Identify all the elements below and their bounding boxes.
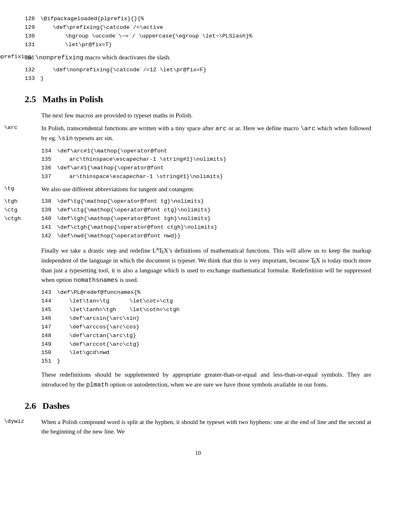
code-line-147: 147 \def\arccos{\arc\cos} — [41, 323, 371, 332]
plmath-tt: plmath — [86, 382, 108, 389]
tgh-ctg-ctgh-section: \tgh 138 \def\tg{\mathop{\operator@font … — [41, 197, 371, 241]
code-line-149: 149 \def\arccot{\arc\ctg} — [41, 340, 371, 349]
line-num-145: 145 — [41, 306, 57, 314]
section-2-5-num: 2.5 — [25, 94, 36, 104]
code-line-142: 142 \def\nwd{\mathop{\operator@font nwd}… — [41, 232, 371, 241]
line-code-139: \def\ctg{\mathop{\operator@font ctg}\nol… — [57, 206, 211, 215]
arc-para: In Polish, transcendental functions are … — [41, 124, 371, 144]
marginal-tg: \tg — [4, 185, 14, 193]
code-line-136: 136 \def\ar#1{\mathop{\operator@font — [41, 164, 371, 173]
nonprefixing-section: \nonprefixing and \nonprefixing macro wh… — [25, 53, 371, 63]
line-num-133: 133 — [25, 75, 40, 83]
arc-section: \arc In Polish, transcendental functions… — [41, 124, 371, 144]
line-code-135: arc\thinspace\escapechar-1 \string#1}\no… — [57, 155, 226, 164]
tg-section: \tg We also use different abbreviations … — [41, 185, 371, 194]
tex-sub: E — [314, 259, 316, 264]
marginal-arc: \arc — [4, 124, 17, 132]
section-2-6-heading: 2.6 Dashes — [25, 399, 371, 412]
line-code-134: \def\arc#1{\mathop{\operator@font — [57, 147, 167, 156]
marginal-ctg: \ctg — [4, 206, 17, 215]
line-num-142: 142 — [41, 232, 57, 241]
code-line-138: \tgh 138 \def\tg{\mathop{\operator@font … — [41, 197, 371, 206]
line-code-132: \def\nonprefixing{\catcode`/=12 \let\pr@… — [40, 66, 207, 75]
code-line-150: 150 \let\gcd\nwd — [41, 349, 371, 357]
line-code-133: } — [40, 75, 44, 83]
line-code-137: ar\thinspace\escapechar-1 \string#1}\nol… — [57, 173, 223, 181]
line-num-130: 130 — [25, 32, 40, 41]
marginal-nonprefixing: \nonprefixing — [0, 53, 31, 61]
line-code-140: \def\tgh{\mathop{\operator@font tgh}\nol… — [57, 215, 211, 223]
line-num-135: 135 — [41, 155, 57, 164]
line-code-151: } — [57, 357, 60, 366]
tg-para: We also use different abbreviations for … — [41, 185, 371, 194]
code-line-135: 135 arc\thinspace\escapechar-1 \string#1… — [41, 155, 371, 164]
code-line-134: 134 \def\arc#1{\mathop{\operator@font — [41, 147, 371, 156]
marginal-tgh: \tgh — [4, 197, 17, 206]
code-line-151: 151 } — [41, 357, 371, 366]
code-line-141: 141 \def\ctgh{\mathop{\operator@font ctg… — [41, 223, 371, 232]
code-line-137: 137 ar\thinspace\escapechar-1 \string#1}… — [41, 173, 371, 181]
code-line-143: 143 \def\PL@redef@funcnames{% — [41, 288, 371, 297]
line-code-129: \def\prefixing{\catcode`/=\active — [40, 23, 163, 32]
line-num-150: 150 — [41, 349, 57, 357]
section-2-5-heading: 2.5 Maths in Polish — [25, 92, 371, 106]
code-block-138-142: \tgh 138 \def\tg{\mathop{\operator@font … — [41, 197, 371, 241]
redefinitions-para: These redefinitions should be supplement… — [41, 370, 371, 390]
line-code-148: \def\arctan{\arc\tg} — [57, 332, 136, 340]
page-number-value: 10 — [195, 450, 201, 456]
latex-sup: A — [156, 246, 159, 251]
page-number: 10 — [25, 449, 371, 457]
line-num-134: 134 — [41, 147, 57, 156]
line-code-143: \def\PL@redef@funcnames{% — [57, 288, 141, 297]
code-block-143-151: 143 \def\PL@redef@funcnames{% 144 \let\t… — [41, 288, 371, 366]
marginal-ctgh: \ctgh — [4, 215, 21, 223]
code-line-128: 128 \@ifpackageloaded{plprefix}{}{% — [25, 15, 371, 23]
code-line-145: 145 \let\tanh=\tgh \let\coth=\ctgh — [41, 306, 371, 314]
maths-intro-para: The next few macros are provided to type… — [41, 111, 371, 120]
line-num-137: 137 — [41, 173, 57, 181]
line-code-136: \def\ar#1{\mathop{\operator@font — [57, 164, 164, 173]
maths-intro-wrapper: The next few macros are provided to type… — [41, 111, 371, 390]
arc-tt: arc — [215, 125, 226, 132]
code-line-140: \ctgh 140 \def\tgh{\mathop{\operator@fon… — [41, 215, 371, 223]
line-num-140: \ctgh 140 — [41, 215, 57, 223]
latex-sub: E — [161, 249, 164, 254]
dywiz-section: \dywiz When a Polish compound word is sp… — [41, 417, 371, 437]
line-code-130: \bgroup \uccode`\~=`/ \uppercase{\egroup… — [40, 32, 252, 41]
line-num-138: \tgh 138 — [41, 197, 57, 206]
code-line-146: 146 \def\arcsin{\arc\sin} — [41, 314, 371, 323]
line-num-146: 146 — [41, 314, 57, 323]
line-code-145: \let\tanh=\tgh \let\coth=\ctgh — [57, 306, 179, 314]
nonprefixing-para: and \nonprefixing macro which deactivate… — [25, 53, 371, 63]
page-content: 128 \@ifpackageloaded{plprefix}{}{% 129 … — [25, 15, 371, 457]
line-num-132: 132 — [25, 66, 40, 75]
code-line-132: 132 \def\nonprefixing{\catcode`/=12 \let… — [25, 66, 371, 75]
dywiz-para: When a Polish compound word is split at … — [41, 417, 371, 437]
code-line-130: 130 \bgroup \uccode`\~=`/ \uppercase{\eg… — [25, 32, 371, 41]
section-2-6-title: Dashes — [42, 401, 70, 411]
line-num-147: 147 — [41, 323, 57, 332]
code-line-131: 131 \let\pr@fix=T} — [25, 41, 371, 49]
latex-redefine-para: Finally we take a drastic step and redef… — [41, 246, 371, 285]
arc-macro: \arc — [300, 125, 315, 132]
line-code-149: \def\arccot{\arc\ctg} — [57, 340, 139, 349]
code-line-148: 148 \def\arctan{\arc\tg} — [41, 332, 371, 340]
line-num-144: 144 — [41, 297, 57, 306]
sin-macro: \sin — [58, 135, 73, 142]
line-code-146: \def\arcsin{\arc\sin} — [57, 314, 139, 323]
line-code-131: \let\pr@fix=T} — [40, 41, 112, 49]
code-block-132-133: 132 \def\nonprefixing{\catcode`/=12 \let… — [25, 66, 371, 83]
line-num-129: 129 — [25, 23, 40, 32]
nonprefixing-code: \nonprefixing — [35, 54, 83, 61]
line-code-138: \def\tg{\mathop{\operator@font tg}\nolim… — [57, 197, 204, 206]
line-num-136: 136 — [41, 164, 57, 173]
code-line-139: \ctg 139 \def\ctg{\mathop{\operator@font… — [41, 206, 371, 215]
line-code-150: \let\gcd\nwd — [57, 349, 109, 357]
line-code-147: \def\arccos{\arc\cos} — [57, 323, 139, 332]
marginal-dywiz: \dywiz — [4, 417, 24, 426]
line-num-143: 143 — [41, 288, 57, 297]
nomathsnames-tt: nomathsnames — [73, 277, 118, 284]
code-block-128-131: 128 \@ifpackageloaded{plprefix}{}{% 129 … — [25, 15, 371, 49]
line-code-141: \def\ctgh{\mathop{\operator@font ctgh}\n… — [57, 223, 217, 232]
line-num-141: 141 — [41, 223, 57, 232]
